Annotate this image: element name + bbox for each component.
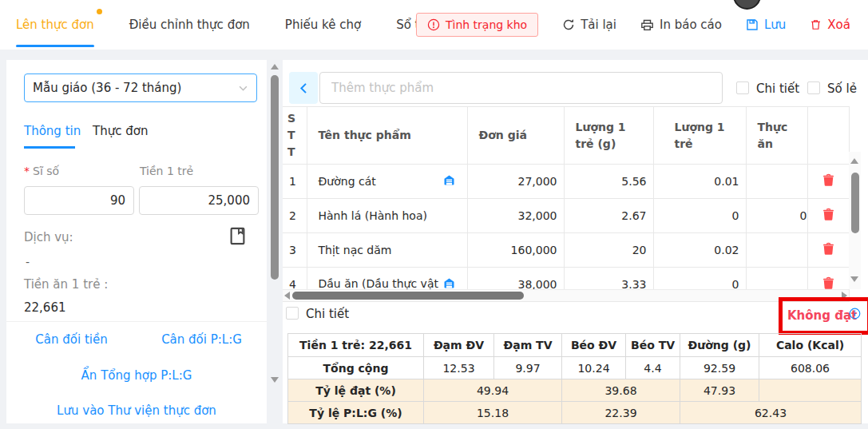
service-book-icon[interactable] bbox=[227, 225, 248, 249]
tien-an-label: Tiền ăn 1 trẻ : bbox=[24, 277, 108, 292]
panel-vertical-scrollbar[interactable] bbox=[269, 62, 280, 391]
row-trash-icon[interactable] bbox=[822, 211, 835, 224]
dich-vu-value: - bbox=[26, 256, 30, 268]
annotation-highlight-box bbox=[779, 297, 868, 335]
food-name-cell: Thịt nạc dăm bbox=[307, 233, 467, 268]
can-doi-tien-link[interactable]: Cân đối tiền bbox=[35, 332, 107, 347]
table-vertical-scrollbar[interactable] bbox=[849, 152, 861, 289]
col-luong-1-tre: Lượng 1 trẻ bbox=[653, 107, 746, 165]
thuc-an-cell bbox=[746, 165, 807, 199]
row-stt: 3 bbox=[283, 233, 307, 268]
delete-row-cell bbox=[807, 233, 849, 268]
tab-dieu-chinh-thuc-don[interactable]: Điều chỉnh thực đơn bbox=[129, 0, 250, 50]
luong-cell: 0 bbox=[653, 199, 746, 233]
tien-an-value: 22,661 bbox=[24, 300, 66, 315]
delete-label: Xoá bbox=[827, 18, 850, 32]
warehouse-icon[interactable] bbox=[442, 174, 456, 189]
tong-cong-duong: 92.59 bbox=[680, 357, 759, 379]
table-scroll-up-arrow[interactable] bbox=[850, 158, 858, 164]
can-doi-plg-link[interactable]: Cân đối P:L:G bbox=[161, 332, 242, 347]
tab-thong-tin[interactable]: Thông tin bbox=[24, 124, 81, 138]
required-mark: * bbox=[24, 165, 30, 177]
chi-tiet-bottom-checkbox[interactable] bbox=[286, 307, 299, 320]
collapse-panel-button[interactable] bbox=[289, 72, 318, 104]
trash-icon bbox=[810, 18, 822, 31]
row-trash-icon[interactable] bbox=[822, 245, 835, 258]
print-report-button[interactable]: In báo cáo bbox=[640, 18, 722, 32]
printer-icon bbox=[640, 18, 654, 32]
col-don-gia: Đơn giá bbox=[467, 107, 564, 165]
divider bbox=[6, 321, 267, 322]
food-list-panel: Chi tiết Số lẻ STT Tên thực phẩm Đơn giá… bbox=[283, 60, 868, 423]
print-report-label: In báo cáo bbox=[660, 18, 722, 32]
thuc-an-cell: 0 bbox=[746, 199, 807, 233]
dich-vu-label: Dịch vụ: bbox=[24, 230, 73, 244]
food-row-3: 3 Thịt nạc dăm 160,000 20 0.02 bbox=[283, 233, 849, 268]
stock-status-label: Tình trạng kho bbox=[446, 18, 527, 31]
col-thuc-an: Thực ăn bbox=[746, 107, 807, 165]
balance-links-row: Cân đối tiền Cân đối P:L:G bbox=[6, 332, 267, 347]
ty-le-dat-duong: 47.93 bbox=[680, 379, 759, 402]
app-window: Lên thực đơn Điều chỉnh thực đơn Phiếu k… bbox=[0, 0, 868, 429]
age-group-value: Mẫu giáo (36 - 72 tháng) bbox=[33, 81, 238, 95]
luu-thu-vien-link[interactable]: Lưu vào Thư viện thực đơn bbox=[57, 403, 216, 418]
tien-1-tre-input[interactable] bbox=[139, 186, 259, 215]
food-table-header-row: STT Tên thực phẩm Đơn giá Lượng 1 trẻ (g… bbox=[283, 107, 849, 165]
tab-thuc-don[interactable]: Thực đơn bbox=[93, 124, 148, 138]
so-le-checkbox[interactable] bbox=[807, 81, 820, 94]
col-beo-tv: Béo TV bbox=[626, 334, 680, 357]
table-vertical-thumb[interactable] bbox=[851, 173, 859, 233]
delete-button[interactable]: Xoá bbox=[810, 18, 850, 32]
chi-tiet-top-checkbox[interactable] bbox=[736, 81, 749, 94]
an-tong-hop-plg-link[interactable]: Ẩn Tổng hợp P:L:G bbox=[81, 368, 192, 383]
don-gia-cell: 32,000 bbox=[467, 199, 564, 233]
food-row-1: 1 Đường cát 27,000 5.56 0.01 bbox=[283, 165, 849, 199]
warning-circle-icon bbox=[427, 18, 440, 31]
col-dam-tv: Đạm TV bbox=[494, 334, 562, 357]
chevron-left-icon bbox=[298, 82, 310, 94]
food-table: STT Tên thực phẩm Đơn giá Lượng 1 trẻ (g… bbox=[283, 106, 850, 302]
tab-phieu-ke-cho[interactable]: Phiếu kê chợ bbox=[285, 0, 361, 50]
col-beo-dv: Béo ĐV bbox=[562, 334, 626, 357]
row-trash-icon[interactable] bbox=[822, 177, 835, 189]
food-name-cell: Đường cát bbox=[307, 165, 467, 199]
scroll-up-arrow[interactable] bbox=[271, 64, 279, 70]
tab-label: Điều chỉnh thực đơn bbox=[129, 18, 250, 32]
toolbar-actions: Tình trạng kho Tải lại In báo cáo Lưu Xo… bbox=[416, 0, 850, 50]
table-horizontal-scrollbar[interactable] bbox=[283, 289, 849, 301]
an-tong-hop-row: Ẩn Tổng hợp P:L:G bbox=[6, 368, 267, 383]
delete-row-cell bbox=[807, 165, 849, 199]
add-food-search-input[interactable] bbox=[319, 72, 723, 104]
stock-status-button[interactable]: Tình trạng kho bbox=[416, 13, 538, 37]
tong-cong-label: Tổng cộng bbox=[288, 357, 424, 379]
summary-plg-row: Tỷ lệ P:L:G (%) 15.18 22.39 62.43 bbox=[288, 402, 862, 424]
active-tab-underline bbox=[16, 45, 94, 47]
chi-tiet-top-label: Chi tiết bbox=[756, 81, 799, 96]
table-scroll-down-arrow[interactable] bbox=[850, 276, 858, 282]
vertical-scrollbar-thumb[interactable] bbox=[271, 75, 279, 280]
save-button[interactable]: Lưu bbox=[746, 18, 786, 32]
food-name-cell: Hành lá (Hành hoa) bbox=[307, 199, 467, 233]
tab-len-thuc-don[interactable]: Lên thực đơn bbox=[16, 0, 94, 50]
scroll-down-arrow[interactable] bbox=[271, 377, 279, 383]
col-ten-thuc-pham: Tên thực phẩm bbox=[307, 107, 467, 165]
ty-le-dat-beo: 39.68 bbox=[562, 379, 680, 402]
summary-rate-row: Tỷ lệ đạt (%) 49.94 39.68 47.93 bbox=[288, 379, 862, 402]
don-gia-cell: 27,000 bbox=[467, 165, 564, 199]
age-group-select[interactable]: Mẫu giáo (36 - 72 tháng) bbox=[24, 73, 257, 102]
reload-button[interactable]: Tải lại bbox=[562, 18, 616, 32]
tong-cong-dam-dv: 12.53 bbox=[424, 357, 494, 379]
save-icon bbox=[746, 18, 759, 31]
ty-le-dat-calo bbox=[759, 379, 862, 402]
table-horizontal-thumb[interactable] bbox=[292, 292, 524, 300]
luu-thu-vien-row: Lưu vào Thư viện thực đơn bbox=[6, 403, 267, 418]
si-so-input[interactable] bbox=[24, 186, 134, 215]
tong-cong-beo-tv: 4.4 bbox=[626, 357, 680, 379]
tien-1-tre-label: Tiền 1 trẻ bbox=[140, 165, 193, 177]
tong-cong-dam-tv: 9.97 bbox=[494, 357, 562, 379]
ty-le-plg-dam: 15.18 bbox=[424, 402, 562, 424]
table-scroll-left-arrow[interactable] bbox=[284, 292, 290, 300]
luong-cell: 0.02 bbox=[653, 233, 746, 268]
active-subtab-underline bbox=[24, 146, 75, 149]
food-name: Thịt nạc dăm bbox=[319, 244, 392, 256]
